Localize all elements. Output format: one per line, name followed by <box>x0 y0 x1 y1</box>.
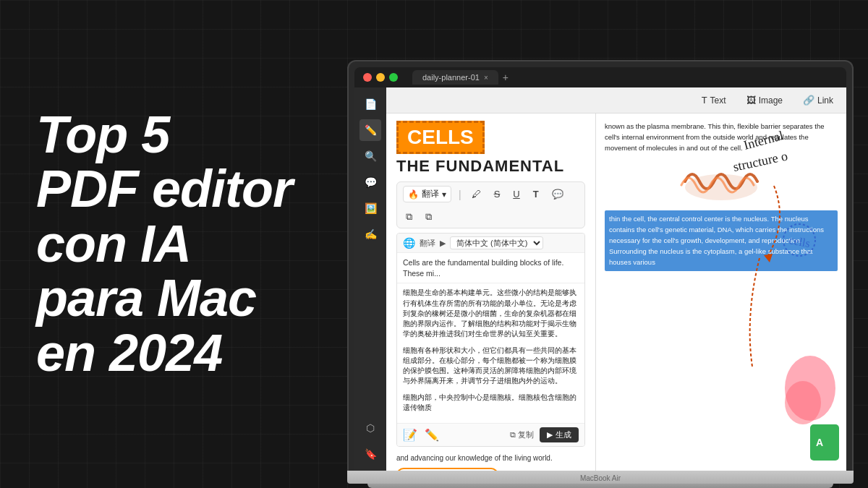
svg-point-4 <box>785 381 821 424</box>
sidebar-icon-comment[interactable]: 💬 <box>359 171 381 193</box>
translate-button[interactable]: 🔥 翻译 ▾ <box>403 186 451 202</box>
editor-area: T Text 🖼 Image 🔗 Link <box>386 87 846 471</box>
title-line5: en 2024 <box>36 324 222 382</box>
text-tool-label: Text <box>710 95 726 106</box>
generate-button[interactable]: ▶ 生成 <box>540 427 579 442</box>
trans-block-2: 细胞有各种形状和大小，但它们都具有一些共同的基本组成部分。在核心部分，每个细胞都… <box>403 346 579 387</box>
fire-icon: 🔥 <box>408 189 419 200</box>
svg-point-3 <box>785 356 835 421</box>
generate-label: 生成 <box>556 429 571 440</box>
trans-edit-icon: ✏️ <box>425 428 439 442</box>
left-panel: Top 5 PDF editor con IA para Mac en 2024 <box>0 0 333 488</box>
tab-close-icon[interactable]: × <box>484 74 488 82</box>
macbook-base <box>347 471 854 484</box>
trans-block-1: 细胞是生命的基本构建单元。这些微小的结构是能够执行有机体生存所需的所有功能的最小… <box>403 288 579 339</box>
macbook-screen: daily-planner-01 × + 📄 ✏️ 🔍 💬 🖼️ ✍️ <box>347 60 854 471</box>
sidebar-icon-search[interactable]: 🔍 <box>359 145 381 167</box>
editor-toolbar: T Text 🖼 Image 🔗 Link <box>386 87 846 114</box>
link-tool-label: Link <box>817 95 833 106</box>
trans-text-icon: 📝 <box>403 428 417 442</box>
translate-label: 翻译 <box>422 188 439 200</box>
copy-icon-2: ⧉ <box>510 430 516 440</box>
pdf-right-intro: known as the plasma membrane. This thin,… <box>605 121 838 154</box>
trans-lang-select[interactable]: 简体中文 (简体中文) <box>450 236 543 249</box>
titlebar: daily-planner-01 × + <box>354 67 846 87</box>
pdf-bottom-text: and advancing our knowledge of the livin… <box>396 453 585 463</box>
app-content: 📄 ✏️ 🔍 💬 🖼️ ✍️ ⬡ 🔖 T Te <box>354 87 846 471</box>
link-tool-button[interactable]: 🔗 Link <box>799 93 838 108</box>
right-panel: daily-planner-01 × + 📄 ✏️ 🔍 💬 🖼️ ✍️ <box>333 0 868 488</box>
traffic-light-yellow[interactable] <box>376 73 385 82</box>
sidebar-icon-image[interactable]: 🖼️ <box>359 197 381 219</box>
strikethrough-btn[interactable]: S <box>491 187 503 201</box>
text-btn[interactable]: T <box>530 187 542 201</box>
sidebar-icon-edit[interactable]: ✏️ <box>359 119 381 141</box>
title-line2: PDF editor <box>36 160 292 218</box>
tab-name: daily-planner-01 <box>422 73 480 82</box>
trans-preview: Cells are the fundamental building block… <box>397 253 584 283</box>
text-tool-button[interactable]: T Text <box>697 93 731 108</box>
more-icon[interactable]: ⧉ <box>422 210 435 224</box>
sidebar-icon-docs[interactable]: 📄 <box>359 93 381 115</box>
highlighted-text-content: thin the cell, the central control cente… <box>609 215 824 267</box>
translate-toolbar: 🔥 翻译 ▾ | 🖊 S U T 💬 ⧉ <box>396 181 585 228</box>
copy-button[interactable]: ⧉ 复制 <box>510 429 534 440</box>
underline-btn[interactable]: U <box>510 187 522 201</box>
highlight-icon[interactable]: 🖊 <box>469 187 484 201</box>
text-tool-icon: T <box>702 95 707 106</box>
generate-icon: ▶ <box>547 430 553 440</box>
pdf-left-column: CELLS THE FUNDAMENTAL 🔥 翻译 ▾ | <box>386 114 596 471</box>
trans-source-label: 翻译 <box>420 238 435 249</box>
highlighted-passage: thin the cell, the central control cente… <box>605 210 838 271</box>
sidebar-icon-bookmark[interactable]: 🔖 <box>359 443 381 465</box>
svg-text:A: A <box>816 437 823 448</box>
pdf-area: CELLS THE FUNDAMENTAL 🔥 翻译 ▾ | <box>386 114 846 471</box>
svg-point-0 <box>685 174 757 200</box>
cells-header: CELLS <box>396 121 585 154</box>
traffic-light-green[interactable] <box>389 73 398 82</box>
fundamental-subtitle: THE FUNDAMENTAL <box>396 157 585 176</box>
separator: | <box>459 189 461 200</box>
title-line3: con IA <box>36 215 191 273</box>
image-tool-icon: 🖼 <box>746 95 756 106</box>
svg-rect-5 <box>810 424 839 461</box>
trans-full-text: 细胞是生命的基本构建单元。这些微小的结构是能够执行有机体生存所需的所有功能的最小… <box>397 283 584 423</box>
sidebar-icon-layers[interactable]: ⬡ <box>359 417 381 439</box>
traffic-light-red[interactable] <box>363 73 372 82</box>
cells-title: CELLS <box>396 121 485 154</box>
macbook: daily-planner-01 × + 📄 ✏️ 🔍 💬 🖼️ ✍️ <box>347 60 854 488</box>
trans-panel-header: 🌐 翻译 ▶ 简体中文 (简体中文) <box>397 234 584 253</box>
image-tool-label: Image <box>759 95 783 106</box>
sidebar-icon-sign[interactable]: ✍️ <box>359 223 381 245</box>
tab-add-icon[interactable]: + <box>503 72 509 83</box>
title-line1: Top 5 <box>36 106 169 163</box>
macbook-foot <box>367 484 833 488</box>
comment-icon[interactable]: 💬 <box>549 187 566 201</box>
pdf-right-column: known as the plasma membrane. This thin,… <box>596 114 846 471</box>
image-tool-button[interactable]: 🖼 Image <box>742 93 787 108</box>
title-line4: para Mac <box>36 269 256 327</box>
translate-arrow: ▾ <box>442 189 446 200</box>
protein-visual <box>678 160 765 203</box>
trans-flag-icon: 🌐 <box>403 237 415 249</box>
link-tool-icon: 🔗 <box>803 95 814 106</box>
trans-block-3: 细胞内部，中央控制中心是细胞核。细胞核包含细胞的遗传物质 <box>403 393 579 414</box>
app-sidebar: 📄 ✏️ 🔍 💬 🖼️ ✍️ ⬡ 🔖 <box>354 87 386 471</box>
copy-label: 复制 <box>518 429 534 440</box>
main-title: Top 5 PDF editor con IA para Mac en 2024 <box>36 108 297 381</box>
trans-footer: 📝 ✏️ ⧉ 复制 ▶ <box>397 423 584 446</box>
trans-footer-icons: 📝 ✏️ <box>403 428 439 442</box>
trans-arrow: ▶ <box>440 239 446 248</box>
active-tab[interactable]: daily-planner-01 × <box>412 70 498 85</box>
tab-bar: daily-planner-01 × + <box>412 70 509 85</box>
copy-icon[interactable]: ⧉ <box>403 210 415 224</box>
translation-panel: 🌐 翻译 ▶ 简体中文 (简体中文) Cells are the fundame… <box>396 233 585 447</box>
